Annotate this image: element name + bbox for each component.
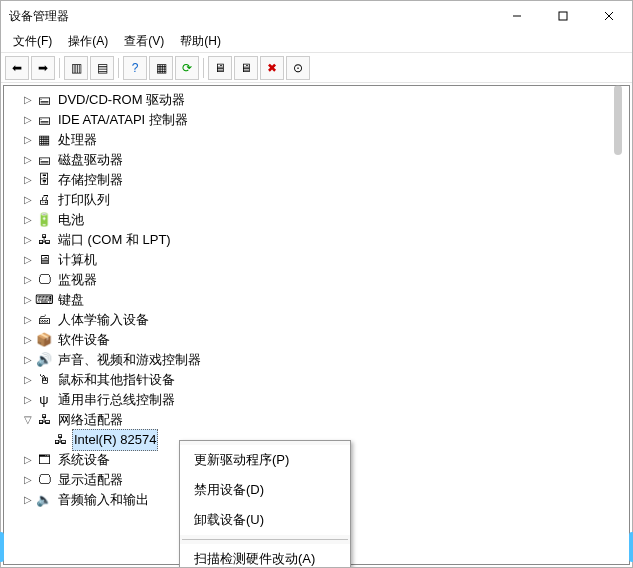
tree-label: 声音、视频和游戏控制器 (56, 350, 203, 370)
ctx-uninstall-device[interactable]: 卸载设备(U) (180, 505, 350, 535)
tree-label: 监视器 (56, 270, 99, 290)
menu-view[interactable]: 查看(V) (116, 31, 172, 52)
expand-arrow-icon[interactable] (36, 430, 52, 450)
enable-button[interactable]: 🖥 (234, 56, 258, 80)
device-icon: 🖴 (36, 152, 52, 168)
tree-node-7[interactable]: ▷🖧端口 (COM 和 LPT) (4, 230, 629, 250)
menu-file[interactable]: 文件(F) (5, 31, 60, 52)
expand-arrow-icon[interactable]: ▷ (20, 130, 36, 150)
window-title: 设备管理器 (9, 8, 69, 25)
tree-node-2[interactable]: ▷▦处理器 (4, 130, 629, 150)
expand-arrow-icon[interactable]: ▷ (20, 450, 36, 470)
expand-arrow-icon[interactable]: ▷ (20, 270, 36, 290)
tree-node-network[interactable]: ▽🖧网络适配器 (4, 410, 629, 430)
expand-arrow-icon[interactable]: ▽ (20, 410, 36, 430)
tree-node-11[interactable]: ▷🖮人体学输入设备 (4, 310, 629, 330)
device-icon: 🖧 (52, 432, 68, 448)
tree-node-3[interactable]: ▷🖴磁盘驱动器 (4, 150, 629, 170)
ctx-update-driver[interactable]: 更新驱动程序(P) (180, 445, 350, 475)
tree-label: 网络适配器 (56, 410, 125, 430)
expand-arrow-icon[interactable]: ▷ (20, 150, 36, 170)
maximize-button[interactable] (540, 1, 586, 31)
tree-node-12[interactable]: ▷📦软件设备 (4, 330, 629, 350)
tree-label: 鼠标和其他指针设备 (56, 370, 177, 390)
expand-arrow-icon[interactable]: ▷ (20, 170, 36, 190)
titlebar: 设备管理器 (1, 1, 632, 31)
svg-rect-1 (559, 12, 567, 20)
tree-node-6[interactable]: ▷🔋电池 (4, 210, 629, 230)
minimize-button[interactable] (494, 1, 540, 31)
ctx-disable-device[interactable]: 禁用设备(D) (180, 475, 350, 505)
expand-arrow-icon[interactable]: ▷ (20, 190, 36, 210)
taskbar-peek-right (629, 532, 633, 562)
tree-node-15[interactable]: ▷ψ通用串行总线控制器 (4, 390, 629, 410)
ctx-scan-hardware[interactable]: 扫描检测硬件改动(A) (180, 544, 350, 567)
device-icon: 🗄 (36, 172, 52, 188)
menu-help[interactable]: 帮助(H) (172, 31, 229, 52)
device-icon: 🖧 (36, 232, 52, 248)
tree-view-button[interactable]: ▦ (149, 56, 173, 80)
tree-node-0[interactable]: ▷🖴DVD/CD-ROM 驱动器 (4, 90, 629, 110)
disable-button[interactable]: 🖥 (208, 56, 232, 80)
expand-arrow-icon[interactable]: ▷ (20, 90, 36, 110)
tree-label: DVD/CD-ROM 驱动器 (56, 90, 187, 110)
device-icon: 🖧 (36, 412, 52, 428)
device-icon: 🖵 (36, 272, 52, 288)
update-button[interactable]: ⊙ (286, 56, 310, 80)
tree-label: 电池 (56, 210, 86, 230)
show-panel-button[interactable]: ▥ (64, 56, 88, 80)
close-button[interactable] (586, 1, 632, 31)
tree-node-9[interactable]: ▷🖵监视器 (4, 270, 629, 290)
refresh-button[interactable]: ⟳ (175, 56, 199, 80)
device-icon: ψ (36, 392, 52, 408)
device-icon: 🖨 (36, 192, 52, 208)
expand-arrow-icon[interactable]: ▷ (20, 250, 36, 270)
tree-label: 通用串行总线控制器 (56, 390, 177, 410)
taskbar-peek-left (0, 532, 4, 562)
props-button[interactable]: ▤ (90, 56, 114, 80)
expand-arrow-icon[interactable]: ▷ (20, 330, 36, 350)
help-button[interactable]: ? (123, 56, 147, 80)
context-menu: 更新驱动程序(P) 禁用设备(D) 卸载设备(U) 扫描检测硬件改动(A) 属性… (179, 440, 351, 567)
tree-label: 端口 (COM 和 LPT) (56, 230, 173, 250)
tree-label: 系统设备 (56, 450, 112, 470)
forward-button[interactable]: ➡ (31, 56, 55, 80)
tree-label: 存储控制器 (56, 170, 125, 190)
tree-node-14[interactable]: ▷🖱鼠标和其他指针设备 (4, 370, 629, 390)
expand-arrow-icon[interactable]: ▷ (20, 310, 36, 330)
expand-arrow-icon[interactable]: ▷ (20, 390, 36, 410)
tree-label: 计算机 (56, 250, 99, 270)
tree-label: Intel(R) 82574 (72, 429, 158, 451)
tree-node-10[interactable]: ▷⌨键盘 (4, 290, 629, 310)
expand-arrow-icon[interactable]: ▷ (20, 370, 36, 390)
expand-arrow-icon[interactable]: ▷ (20, 350, 36, 370)
vertical-scrollbar[interactable] (614, 85, 622, 155)
tree-node-4[interactable]: ▷🗄存储控制器 (4, 170, 629, 190)
expand-arrow-icon[interactable]: ▷ (20, 490, 36, 510)
tree-label: 人体学输入设备 (56, 310, 151, 330)
tree-label: 磁盘驱动器 (56, 150, 125, 170)
device-icon: 🖴 (36, 112, 52, 128)
tree-label: 音频输入和输出 (56, 490, 151, 510)
device-icon: 🖴 (36, 92, 52, 108)
menu-action[interactable]: 操作(A) (60, 31, 116, 52)
device-icon: ▦ (36, 132, 52, 148)
back-button[interactable]: ⬅ (5, 56, 29, 80)
device-icon: 🖥 (36, 252, 52, 268)
device-icon: 🗔 (36, 452, 52, 468)
tree-label: 键盘 (56, 290, 86, 310)
expand-arrow-icon[interactable]: ▷ (20, 210, 36, 230)
tree-node-13[interactable]: ▷🔊声音、视频和游戏控制器 (4, 350, 629, 370)
expand-arrow-icon[interactable]: ▷ (20, 110, 36, 130)
device-icon: 🔈 (36, 492, 52, 508)
device-icon: 📦 (36, 332, 52, 348)
tree-label: 软件设备 (56, 330, 112, 350)
uninstall-button[interactable]: ✖ (260, 56, 284, 80)
expand-arrow-icon[interactable]: ▷ (20, 470, 36, 490)
expand-arrow-icon[interactable]: ▷ (20, 230, 36, 250)
tree-node-5[interactable]: ▷🖨打印队列 (4, 190, 629, 210)
tree-node-8[interactable]: ▷🖥计算机 (4, 250, 629, 270)
device-icon: 🔊 (36, 352, 52, 368)
device-icon: 🔋 (36, 212, 52, 228)
tree-node-1[interactable]: ▷🖴IDE ATA/ATAPI 控制器 (4, 110, 629, 130)
